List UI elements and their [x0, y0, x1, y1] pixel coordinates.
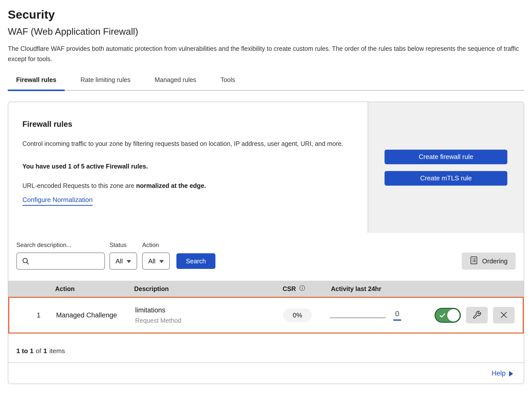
caret-right-icon — [509, 371, 513, 377]
search-icon — [21, 257, 30, 266]
close-icon — [500, 311, 508, 320]
status-label: Status — [109, 241, 137, 249]
rule-priority: 1 — [9, 311, 47, 319]
create-firewall-rule-button[interactable]: Create firewall rule — [385, 150, 507, 164]
url-normalization-note: URL-encoded Requests to this zone are no… — [22, 182, 354, 189]
csr-header-label: CSR — [283, 285, 296, 293]
rule-description: limitations — [135, 306, 271, 314]
chevron-down-icon — [159, 260, 164, 263]
delete-rule-button[interactable] — [493, 307, 515, 323]
tab-managed-rules[interactable]: Managed rules — [146, 76, 204, 90]
filter-bar: Search description... Status All — [8, 233, 524, 281]
tab-rate-limiting-rules[interactable]: Rate limiting rules — [72, 76, 139, 90]
table-row-rule-1[interactable]: 1 Managed Challenge limitations Request … — [8, 297, 524, 334]
list-ordering-icon — [470, 256, 478, 267]
rule-csr-cell: 0% — [271, 308, 324, 322]
rule-controls — [435, 307, 523, 323]
search-button[interactable]: Search — [176, 253, 215, 269]
url-note-bold: normalized at the edge. — [136, 182, 206, 189]
page-title: Security — [8, 8, 524, 21]
rule-expression: Request Method — [135, 317, 271, 324]
rule-activity-cell: 0 — [324, 310, 435, 321]
activity-sparkline — [330, 317, 386, 318]
action-dropdown-value: All — [148, 257, 156, 265]
rule-description-cell: limitations Request Method — [135, 306, 271, 324]
waf-tab-bar: Firewall rules Rate limiting rules Manag… — [8, 76, 524, 91]
page-subtitle: WAF (Web Application Firewall) — [8, 26, 524, 37]
column-header-description: Description — [134, 285, 272, 293]
status-dropdown-value: All — [116, 257, 123, 265]
action-label: Action — [142, 241, 170, 249]
csr-badge: 0% — [283, 308, 312, 322]
column-header-action: Action — [46, 285, 134, 293]
tab-tools[interactable]: Tools — [212, 76, 243, 90]
usage-summary: You have used 1 of 5 active Firewall rul… — [22, 163, 354, 170]
firewall-rules-intro-section: Firewall rules Control incoming traffic … — [8, 102, 524, 233]
search-label: Search description... — [16, 241, 105, 249]
info-icon[interactable] — [299, 285, 306, 293]
security-waf-page: Security WAF (Web Application Firewall) … — [0, 0, 532, 384]
action-dropdown[interactable]: All — [142, 253, 170, 270]
summary-range: 1 to 1 — [16, 347, 33, 355]
ordering-button[interactable]: Ordering — [462, 253, 516, 270]
summary-of: of — [36, 347, 41, 355]
firewall-rules-description: Control incoming traffic to your zone by… — [22, 138, 352, 150]
firewall-rules-heading: Firewall rules — [22, 120, 354, 129]
column-header-activity: Activity last 24hr — [325, 285, 436, 293]
card-footer: Help — [8, 362, 524, 384]
page-description: The Cloudflare WAF provides both automat… — [8, 44, 524, 64]
rules-table-header: Action Description CSR Activity last 24h… — [8, 281, 524, 297]
ordering-button-label: Ordering — [482, 257, 508, 265]
wrench-icon — [472, 310, 481, 320]
edit-rule-button[interactable] — [466, 307, 488, 323]
check-icon — [439, 312, 446, 320]
create-rule-panel: Create firewall rule Create mTLS rule — [368, 102, 524, 233]
firewall-rules-card: Firewall rules Control incoming traffic … — [8, 102, 524, 384]
configure-normalization-link[interactable]: Configure Normalization — [22, 196, 93, 206]
summary-items: items — [49, 347, 65, 355]
create-mtls-rule-button[interactable]: Create mTLS rule — [385, 171, 507, 186]
url-note-text: URL-encoded Requests to this zone are — [22, 182, 136, 189]
pagination-summary: 1 to 1 of 1 items — [8, 334, 524, 362]
status-dropdown[interactable]: All — [109, 253, 137, 270]
tab-firewall-rules[interactable]: Firewall rules — [8, 76, 65, 90]
rule-enabled-toggle[interactable] — [435, 308, 461, 323]
summary-total: 1 — [44, 347, 47, 355]
toggle-knob — [447, 309, 460, 321]
help-link[interactable]: Help — [491, 369, 506, 377]
column-header-csr: CSR — [272, 285, 325, 293]
activity-count-link[interactable]: 0 — [393, 310, 401, 321]
chevron-down-icon — [127, 260, 131, 263]
rule-action: Managed Challenge — [47, 311, 135, 319]
